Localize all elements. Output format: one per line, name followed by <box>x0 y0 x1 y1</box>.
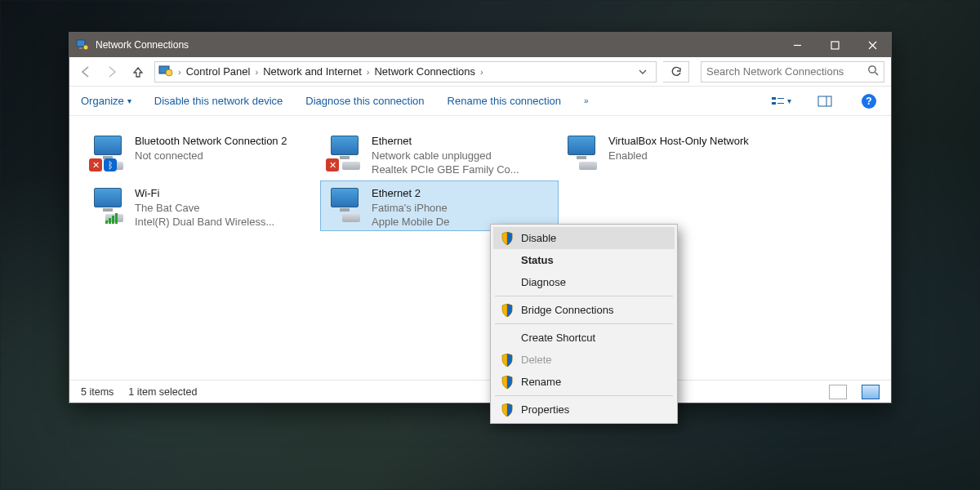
svg-point-8 <box>166 69 172 76</box>
connection-icon: ✕ <box>327 134 363 170</box>
menu-item-label: Properties <box>521 403 569 416</box>
menu-item[interactable]: Bridge Connections <box>493 299 675 321</box>
menu-item[interactable]: Diagnose <box>493 271 675 293</box>
search-icon <box>867 65 879 78</box>
titlebar: Network Connections <box>69 33 891 57</box>
diagnose-connection-button[interactable]: Diagnose this connection <box>305 95 424 107</box>
chevron-down-icon: ▾ <box>127 96 131 105</box>
forward-button[interactable] <box>102 62 122 82</box>
menu-item-label: Rename <box>521 376 561 388</box>
shield-icon <box>500 376 514 389</box>
connection-icon: ✕ᛒ <box>91 134 127 170</box>
explorer-window: Network Connections › Control Panel› Net… <box>69 32 892 403</box>
app-icon <box>76 38 89 51</box>
context-menu: DisableStatusDiagnoseBridge ConnectionsC… <box>490 224 678 424</box>
menu-item-label: Create Shortcut <box>521 332 595 344</box>
disable-device-button[interactable]: Disable this network device <box>154 95 283 107</box>
svg-point-2 <box>83 45 88 50</box>
connection-device: Intel(R) Dual Band Wireless... <box>135 215 274 229</box>
more-commands-button[interactable]: » <box>584 96 589 105</box>
menu-item[interactable]: Rename <box>493 371 675 393</box>
connection-status: Enabled <box>608 149 749 163</box>
connection-name: Bluetooth Network Connection 2 <box>135 134 287 149</box>
folder-icon <box>158 64 173 79</box>
selection-count: 1 item selected <box>128 386 197 398</box>
connection-tile[interactable]: Wi-FiThe Bat CaveIntel(R) Dual Band Wire… <box>84 181 321 230</box>
maximize-button[interactable] <box>816 33 853 57</box>
connection-status: Fatima's iPhone <box>372 201 449 216</box>
menu-item[interactable]: Disable <box>493 227 675 249</box>
connection-name: Ethernet 2 <box>372 186 449 201</box>
breadcrumb-segment[interactable]: Control Panel› <box>186 65 258 78</box>
help-button[interactable]: ? <box>858 91 880 111</box>
connection-tile[interactable]: Ethernet 2Fatima's iPhoneApple Mobile De <box>321 181 558 230</box>
up-button[interactable] <box>128 62 148 82</box>
connection-name: Wi-Fi <box>135 186 274 201</box>
connection-tile[interactable]: ✕EthernetNetwork cable unpluggedRealtek … <box>321 129 558 178</box>
shield-icon <box>500 232 514 245</box>
address-bar: › Control Panel› Network and Internet› N… <box>69 57 891 87</box>
svg-rect-12 <box>772 102 776 105</box>
tiles-view-button[interactable] <box>862 385 880 399</box>
command-bar: Organize ▾ Disable this network device D… <box>69 87 891 116</box>
menu-item-label: Delete <box>521 354 552 366</box>
menu-item-label: Disable <box>521 232 556 244</box>
search-box[interactable] <box>701 61 884 82</box>
window-title: Network Connections <box>96 39 189 51</box>
svg-rect-4 <box>831 42 839 49</box>
view-options-button[interactable]: ▾ <box>770 91 791 111</box>
status-bar: 5 items 1 item selected <box>69 380 891 403</box>
dropdown-history-button[interactable] <box>633 62 653 82</box>
breadcrumb-segment[interactable]: Network and Internet› <box>263 65 369 78</box>
svg-line-10 <box>875 73 879 76</box>
menu-item: Delete <box>493 349 675 371</box>
svg-rect-15 <box>818 96 831 106</box>
menu-item[interactable]: Status <box>493 249 675 271</box>
connection-device: Apple Mobile De <box>372 215 449 229</box>
rename-connection-button[interactable]: Rename this connection <box>448 95 561 107</box>
svg-point-9 <box>869 66 875 73</box>
menu-item-label: Bridge Connections <box>521 304 613 316</box>
items-count: 5 items <box>81 386 114 398</box>
menu-item-label: Status <box>521 254 554 266</box>
connections-area: ✕ᛒBluetooth Network Connection 2Not conn… <box>69 116 891 377</box>
details-view-button[interactable] <box>829 385 847 399</box>
breadcrumb[interactable]: › Control Panel› Network and Internet› N… <box>154 61 657 82</box>
menu-item-label: Diagnose <box>521 276 566 288</box>
back-button[interactable] <box>76 62 96 82</box>
menu-item[interactable]: Create Shortcut <box>493 327 675 349</box>
menu-item[interactable]: Properties <box>493 399 675 421</box>
shield-icon <box>500 403 514 416</box>
minimize-button[interactable] <box>778 33 816 57</box>
shield-icon <box>500 354 514 367</box>
connection-device: Realtek PCIe GBE Family Co... <box>372 163 519 177</box>
connection-tile[interactable]: VirtualBox Host-Only NetworkEnabled <box>558 129 795 178</box>
svg-rect-1 <box>79 47 82 49</box>
close-button[interactable] <box>853 33 891 57</box>
connection-name: VirtualBox Host-Only Network <box>608 134 749 149</box>
connection-status: The Bat Cave <box>135 201 274 216</box>
connection-icon <box>327 186 363 222</box>
search-input[interactable] <box>706 65 867 78</box>
connection-icon <box>564 134 600 170</box>
shield-icon <box>500 304 514 317</box>
preview-pane-button[interactable] <box>814 91 835 111</box>
connection-icon <box>91 186 127 222</box>
connection-tile[interactable]: ✕ᛒBluetooth Network Connection 2Not conn… <box>84 129 321 178</box>
connection-status: Not connected <box>135 149 287 163</box>
organize-menu[interactable]: Organize ▾ <box>81 95 131 107</box>
breadcrumb-segment[interactable]: Network Connections› <box>374 65 483 78</box>
connection-status: Network cable unplugged <box>372 149 519 163</box>
svg-rect-11 <box>772 97 776 100</box>
refresh-button[interactable] <box>663 61 689 82</box>
connection-name: Ethernet <box>372 134 519 149</box>
chevron-right-icon: › <box>178 67 181 77</box>
